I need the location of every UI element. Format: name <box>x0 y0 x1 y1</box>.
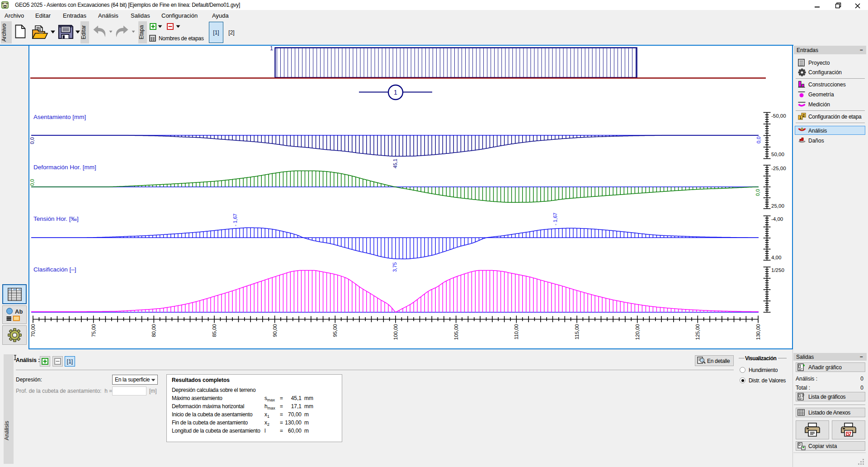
svg-text:95,00: 95,00 <box>332 324 338 337</box>
svg-text:- 1,67: - 1,67 <box>552 213 558 225</box>
svg-text:-4,00: -4,00 <box>771 216 783 222</box>
svg-text:Ab: Ab <box>15 308 23 315</box>
svg-text:45,1: 45,1 <box>392 159 398 168</box>
svg-text:1: 1 <box>270 45 273 52</box>
svg-text:3,75: 3,75 <box>392 262 397 272</box>
svg-text:80,00: 80,00 <box>151 324 156 337</box>
svg-text:105,00: 105,00 <box>453 324 459 340</box>
svg-text:Asentamiento [mm]: Asentamiento [mm] <box>33 114 86 120</box>
svg-text:90,00: 90,00 <box>272 324 278 337</box>
svg-text:1: 1 <box>394 89 397 96</box>
svg-text:25,00: 25,00 <box>771 203 784 209</box>
svg-text:2: 2 <box>802 113 805 118</box>
svg-text:Clasificación [–]: Clasificación [–] <box>33 266 76 273</box>
svg-text:70,00: 70,00 <box>30 324 36 337</box>
svg-text:Deformación Hor. [mm]: Deformación Hor. [mm] <box>33 164 96 171</box>
svg-text:50,00: 50,00 <box>771 152 784 157</box>
svg-text:4,00: 4,00 <box>771 255 781 260</box>
svg-text:115,00: 115,00 <box>574 324 580 339</box>
svg-text:0,0: 0,0 <box>29 179 35 186</box>
svg-text:125,00: 125,00 <box>695 324 700 340</box>
svg-text:-25,00: -25,00 <box>771 166 786 171</box>
svg-text:- 1,67: - 1,67 <box>232 214 238 226</box>
svg-text:1: 1 <box>799 115 802 120</box>
svg-text:0,0: 0,0 <box>756 137 761 143</box>
svg-text:Tensión Hor. [‰]: Tensión Hor. [‰] <box>33 215 79 222</box>
svg-text:1/250: 1/250 <box>771 267 784 273</box>
svg-text:75,00: 75,00 <box>91 324 96 337</box>
svg-text:0,0: 0,0 <box>29 137 35 144</box>
svg-text:0,0: 0,0 <box>755 189 760 196</box>
svg-text:130,00: 130,00 <box>755 324 761 340</box>
svg-text:-50,00: -50,00 <box>771 113 786 119</box>
svg-text:110,00: 110,00 <box>514 324 519 339</box>
svg-text:120,00: 120,00 <box>635 324 640 340</box>
svg-text:100,00: 100,00 <box>393 324 398 340</box>
svg-text:85,00: 85,00 <box>212 324 217 337</box>
